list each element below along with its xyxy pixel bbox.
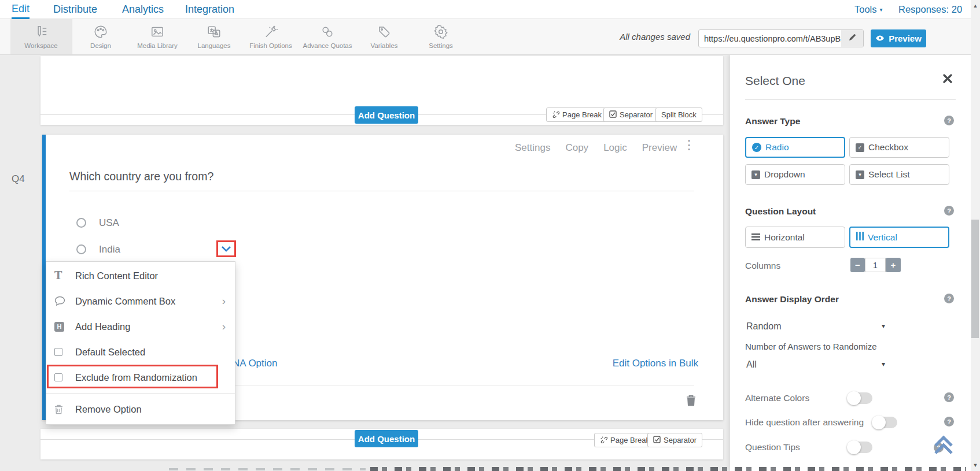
scroll-up-arrow[interactable]: ▲ [971,1,980,10]
chain-link-icon [320,24,335,40]
cutoff-content-strip [370,467,966,471]
nav-tab-integration-label: Integration [185,3,234,16]
close-icon[interactable] [942,73,953,87]
chevron-down-icon[interactable]: ▾ [882,360,885,368]
randomize-count-select[interactable]: All [746,359,757,370]
responses-link[interactable]: Responses: 20 [898,0,962,19]
toolbar-item-variables[interactable]: Variables [356,19,412,54]
answer-type-radio[interactable]: ✓ Radio [745,137,845,158]
nav-tab-integration[interactable]: Integration [185,0,234,19]
chevron-right-icon: › [222,295,226,307]
trash-icon [54,405,75,414]
chevron-right-icon: › [222,320,226,333]
horizontal-bars-icon [751,232,760,243]
question-copy-link[interactable]: Copy [565,142,588,154]
survey-url-field[interactable]: https://eu.questionpro.com/t/AB3upBxZ [698,29,864,47]
nav-tab-distribute[interactable]: Distribute [53,0,97,19]
help-icon[interactable]: ? [944,294,954,303]
help-icon[interactable]: ? [944,206,954,216]
menu-item-default-selected[interactable]: Default Selected [46,339,235,365]
scroll-to-top-icon[interactable] [931,433,956,458]
page-break-label: Page Break [610,436,650,444]
menu-item-add-heading[interactable]: H Add Heading › [46,314,235,339]
edit-options-in-bulk-link[interactable]: Edit Options in Bulk [613,358,698,369]
top-nav: Edit Distribute Analytics Integration To… [0,0,980,19]
alternate-colors-toggle[interactable] [848,392,872,404]
toolbar-item-workspace[interactable]: Workspace [10,19,72,54]
columns-value[interactable]: 1 [865,258,886,272]
question-number: Q4 [12,173,25,185]
hide-question-label: Hide question after answering [745,417,864,428]
question-kebab-menu-icon[interactable]: ⋮ [683,139,695,151]
help-icon[interactable]: ? [944,417,954,427]
toolbar-item-advance-quotas[interactable]: Advance Quotas [299,19,356,54]
toolbar-item-label: Settings [429,42,453,49]
answer-type-select-list[interactable]: ▾ Select List [849,164,949,185]
columns-decrement-button[interactable]: − [850,258,865,272]
delete-option-trash-icon[interactable] [686,395,696,409]
separator-button-bottom[interactable]: Separator [647,433,702,447]
answer-type-checkbox[interactable]: ✓ Checkbox [849,137,949,158]
separator-button-top[interactable]: Separator [603,107,658,122]
option-menu-chevron-button[interactable] [216,240,236,257]
add-question-button-bottom[interactable]: Add Question [355,430,418,447]
split-block-button[interactable]: Split Block [655,107,702,122]
toolbar-item-design[interactable]: Design [72,19,129,54]
question-title[interactable]: Which country are you from? [69,170,213,183]
question-settings-link[interactable]: Settings [515,142,550,154]
cutoff-content-strip [169,468,366,470]
scrollbar-thumb[interactable] [971,220,979,338]
preview-button[interactable]: Preview [871,29,926,47]
option-label-usa[interactable]: USA [99,217,119,229]
answer-type-dropdown[interactable]: ▾ Dropdown [745,164,845,185]
nav-tab-analytics[interactable]: Analytics [122,0,164,19]
tag-icon [377,24,392,40]
page-break-button-top[interactable]: Page Break [546,107,607,122]
option-label-india[interactable]: India [99,244,120,255]
layout-horizontal[interactable]: Horizontal [745,227,845,248]
window-scrollbar[interactable]: ▲ ▼ [971,0,980,471]
toolbar-item-settings[interactable]: Settings [412,19,469,54]
toolbar-item-media-library[interactable]: Media Library [129,19,186,54]
help-icon[interactable]: ? [944,392,954,402]
toggle-knob [872,416,886,429]
columns-increment-button[interactable]: + [886,258,901,272]
toolbar-item-languages[interactable]: Languages [186,19,242,54]
page-break-button-bottom[interactable]: Page Break [594,433,655,447]
add-question-label: Add Question [358,434,415,444]
menu-item-rich-content-editor[interactable]: T Rich Content Editor [46,263,235,288]
display-order-select[interactable]: Random [746,321,781,332]
question-logic-link[interactable]: Logic [603,142,627,154]
radio-option-usa[interactable] [76,218,86,228]
add-question-button-top[interactable]: Add Question [355,106,418,124]
question-action-links: Settings Copy Logic Preview [515,142,677,154]
menu-item-remove-option[interactable]: Remove Option [46,396,235,422]
magic-wand-icon [263,24,278,40]
heading-icon: H [54,322,75,332]
scroll-down-arrow[interactable]: ▼ [971,461,980,470]
menu-item-dynamic-comment-box[interactable]: Dynamic Comment Box › [46,288,235,314]
checked-box-icon [653,436,661,445]
question-preview-link[interactable]: Preview [642,142,677,154]
tools-menu[interactable]: Tools ▾ [854,0,883,19]
layout-vertical[interactable]: Vertical [849,227,949,248]
hide-question-toggle[interactable] [873,417,897,428]
question-tips-toggle[interactable] [848,442,872,453]
nav-tab-edit[interactable]: Edit [12,0,30,19]
radio-option-india[interactable] [76,244,86,254]
image-icon [150,24,165,40]
toolbar-item-label: Media Library [137,42,178,49]
help-icon[interactable]: ? [944,116,954,125]
na-option-link[interactable]: NA Option [233,358,278,369]
survey-url-value[interactable]: https://eu.questionpro.com/t/AB3upBxZ [699,34,841,43]
toggle-knob [847,440,861,454]
toolbar-item-label: Finish Options [249,42,292,49]
toolbar-item-label: Design [90,42,111,49]
edit-url-button[interactable] [841,30,863,47]
checked-box-icon [609,110,617,120]
menu-item-label: Exclude from Randomization [75,372,197,383]
broken-link-icon [552,110,559,120]
chevron-down-icon[interactable]: ▾ [882,322,885,330]
menu-item-exclude-from-randomization[interactable]: Exclude from Randomization [46,365,235,390]
toolbar-item-finish-options[interactable]: Finish Options [242,19,299,54]
